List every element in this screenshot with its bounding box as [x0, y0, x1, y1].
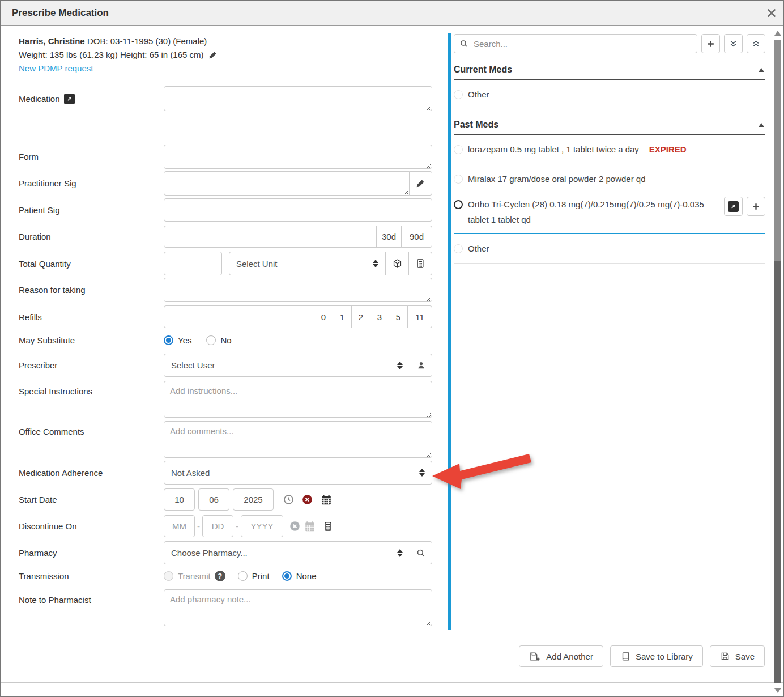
meds-search-box[interactable]	[454, 34, 697, 53]
med-add-button[interactable]	[747, 197, 765, 216]
collapse-section-icon[interactable]	[759, 68, 764, 72]
refills-input[interactable]	[164, 305, 314, 328]
refills-5-button[interactable]: 5	[389, 305, 408, 328]
form-row-start-date: Start Date	[19, 488, 432, 511]
collapse-all-button[interactable]	[747, 34, 765, 53]
form-input[interactable]	[164, 144, 432, 169]
refills-3-button[interactable]: 3	[370, 305, 389, 328]
reason-label: Reason for taking	[19, 285, 164, 295]
med-radio[interactable]	[454, 244, 463, 253]
med-radio[interactable]	[454, 175, 463, 184]
reason-input[interactable]	[164, 278, 432, 302]
med-radio-selected[interactable]	[454, 200, 463, 209]
may-substitute-no-radio[interactable]	[206, 335, 216, 345]
prescriber-dropdown[interactable]: Select User	[164, 354, 410, 377]
duration-90d-button[interactable]: 90d	[401, 226, 432, 248]
start-date-month-input[interactable]	[164, 488, 195, 511]
medication-input[interactable]	[164, 86, 432, 111]
past-med-item-ortho[interactable]: Ortho Tri-Cyclen (28) 0.18 mg(7)/0.215mg…	[454, 193, 765, 234]
start-date-year-input[interactable]	[233, 488, 274, 511]
discontinue-day-input[interactable]	[202, 515, 233, 537]
medication-external-link-icon[interactable]	[64, 94, 75, 104]
scroll-down-arrow[interactable]	[774, 688, 781, 693]
pharmacy-dropdown[interactable]: Choose Pharmacy...	[164, 541, 410, 564]
select-unit-dropdown[interactable]: Select Unit	[229, 252, 386, 275]
practitioner-sig-input[interactable]	[164, 171, 410, 196]
scrollbar[interactable]	[773, 27, 783, 696]
meds-search-input[interactable]	[472, 39, 692, 49]
dialog-title: Prescribe Medication	[1, 7, 109, 19]
past-med-item-lorazepam[interactable]: lorazepam 0.5 mg tablet , 1 tablet twice…	[454, 135, 765, 164]
collapse-section-icon[interactable]	[759, 123, 764, 127]
med-item-actions	[720, 197, 765, 216]
patient-vitals-line: Weight: 135 lbs (61.23 kg) Height: 65 in…	[19, 48, 218, 62]
expand-all-button[interactable]	[724, 34, 743, 53]
discontinue-month-input[interactable]	[164, 515, 195, 537]
past-meds-header: Past Meds	[454, 116, 765, 135]
duration-30d-button[interactable]: 30d	[376, 226, 402, 248]
package-button[interactable]	[385, 252, 409, 275]
start-date-label: Start Date	[19, 495, 164, 504]
prescribe-medication-dialog: Prescribe Medication Harris, Christine D…	[0, 0, 784, 697]
start-date-clear-icon[interactable]	[301, 494, 313, 505]
may-substitute-yes-label: Yes	[178, 335, 191, 345]
sort-carets-icon	[397, 549, 403, 557]
new-pdmp-request-link[interactable]: New PDMP request	[19, 62, 218, 75]
may-substitute-yes-radio[interactable]	[164, 335, 173, 345]
pharmacy-note-input[interactable]	[164, 589, 432, 626]
refills-1-button[interactable]: 1	[333, 305, 352, 328]
past-med-other-item[interactable]: Other	[454, 234, 765, 264]
pharmacy-search-button[interactable]	[410, 541, 432, 564]
scroll-up-arrow[interactable]	[774, 31, 781, 36]
date-separator: -	[197, 521, 200, 531]
sort-carets-icon	[373, 260, 378, 267]
duration-input[interactable]	[164, 226, 377, 248]
med-radio[interactable]	[454, 90, 463, 99]
discontinue-calculator-icon[interactable]	[323, 521, 333, 532]
transmission-none-radio[interactable]	[282, 571, 292, 581]
scrollbar-thumb-upper[interactable]	[774, 40, 781, 261]
office-comments-input[interactable]	[164, 421, 432, 458]
prescriber-user-button[interactable]	[410, 354, 432, 377]
discontinue-calendar-icon[interactable]	[304, 520, 316, 533]
add-another-button[interactable]: Add Another	[519, 645, 603, 667]
prescriber-value: Select User	[171, 360, 215, 370]
past-med-item-miralax[interactable]: Miralax 17 gram/dose oral powder 2 powde…	[454, 164, 765, 193]
med-external-link-button[interactable]	[724, 197, 743, 216]
double-chevron-down-icon	[728, 39, 738, 49]
transmission-transmit-radio[interactable]	[164, 571, 173, 581]
form-row-practitioner-sig: Practitioner Sig	[19, 171, 432, 196]
quantity-calculator-button[interactable]	[408, 252, 432, 275]
refills-2-button[interactable]: 2	[351, 305, 370, 328]
add-med-button[interactable]	[701, 34, 720, 53]
med-radio[interactable]	[454, 145, 463, 154]
special-instructions-input[interactable]	[164, 381, 432, 418]
refills-11-button[interactable]: 11	[407, 305, 432, 328]
discontinue-on-label: Discontinue On	[19, 521, 164, 531]
start-date-clock-icon[interactable]	[283, 494, 295, 505]
save-to-library-button[interactable]: Save to Library	[610, 645, 703, 667]
sort-carets-icon	[419, 469, 425, 477]
scrollbar-thumb-lower[interactable]	[774, 261, 781, 683]
edit-vitals-pencil-icon[interactable]	[208, 50, 218, 60]
discontinue-year-input[interactable]	[241, 515, 283, 537]
total-quantity-input[interactable]	[164, 252, 222, 275]
start-date-day-input[interactable]	[198, 488, 229, 511]
save-button[interactable]: Save	[710, 645, 765, 667]
plus-icon	[751, 202, 761, 211]
medication-adherence-dropdown[interactable]: Not Asked	[164, 461, 432, 484]
refills-0-button[interactable]: 0	[314, 305, 333, 328]
past-meds-title: Past Meds	[454, 120, 498, 130]
close-button[interactable]	[759, 1, 783, 26]
current-meds-header: Current Meds	[454, 61, 765, 80]
transmit-help-icon[interactable]: ?	[215, 571, 225, 581]
discontinue-clear-icon[interactable]	[289, 520, 301, 532]
patient-sig-input[interactable]	[164, 198, 432, 222]
med-label: Miralax 17 gram/dose oral powder 2 powde…	[468, 171, 765, 186]
patient-sig-label: Patient Sig	[19, 205, 164, 215]
save-plus-icon	[529, 651, 541, 662]
start-date-calendar-icon[interactable]	[320, 494, 333, 506]
current-med-other-item[interactable]: Other	[454, 80, 765, 109]
practitioner-sig-edit-button[interactable]	[409, 171, 432, 196]
transmission-print-radio[interactable]	[238, 571, 248, 581]
